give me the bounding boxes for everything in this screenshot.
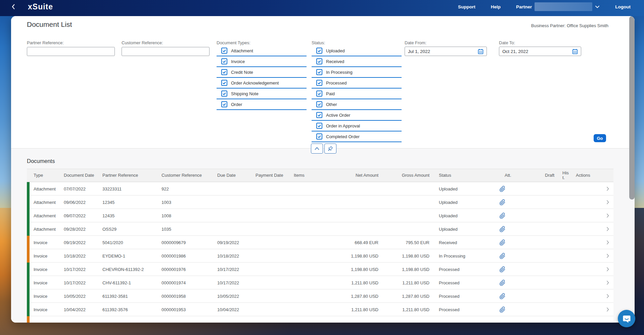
filter-checkbox-row[interactable]: Active Order — [312, 110, 402, 121]
customer-reference-label: Customer Reference: — [122, 40, 163, 45]
filter-checkbox-row[interactable]: Invoice — [217, 56, 307, 67]
table-row[interactable]: Invoice 10/04/2022 611392-3576 000000195… — [27, 303, 613, 316]
row-chevron[interactable] — [596, 254, 613, 258]
business-partner-text: Business Partner: Office Supplies Smith — [531, 23, 608, 28]
row-chevron[interactable] — [596, 213, 613, 218]
cell-status: Processed — [435, 294, 491, 299]
cell-due-date: 10/05/2022 — [213, 294, 251, 299]
row-chevron[interactable] — [596, 227, 613, 231]
checkbox[interactable] — [221, 91, 227, 97]
collapse-filter-button[interactable] — [311, 144, 323, 154]
checkbox[interactable] — [221, 58, 227, 64]
filter-checkbox-row[interactable]: Shipping Note — [217, 89, 307, 99]
filter-checkbox-row[interactable]: Order — [217, 99, 307, 110]
table-row[interactable]: Attachment 09/07/2022 12435 1008 Uploade… — [27, 209, 613, 222]
table-row[interactable]: Attachment 09/06/2022 12345 1003 Uploade… — [27, 196, 613, 209]
cell-due-date: 10/17/2022 — [213, 267, 251, 272]
row-chevron[interactable] — [596, 200, 613, 205]
checkbox[interactable] — [221, 69, 227, 75]
table-row-partial[interactable] — [27, 316, 613, 323]
back-button[interactable] — [9, 2, 18, 11]
filter-checkbox-row[interactable]: Credit Note — [217, 67, 307, 78]
attachment-cell[interactable] — [491, 266, 541, 273]
vertical-scrollbar[interactable] — [629, 16, 635, 200]
attachment-cell[interactable] — [491, 293, 541, 299]
row-chevron[interactable] — [596, 280, 613, 285]
table-row[interactable]: Invoice 10/17/2022 CHEVRON-611392-2 0000… — [27, 263, 613, 276]
table-row[interactable]: Invoice 10/17/2022 CHV-611392-1 00000019… — [27, 276, 613, 289]
table-row[interactable]: Attachment 07/07/2022 33223311 922 Uploa… — [27, 182, 613, 196]
attachment-cell[interactable] — [491, 253, 541, 259]
attachment-cell[interactable] — [491, 213, 541, 219]
filter-checkbox-row[interactable]: Order in Approval — [312, 121, 402, 131]
checkmark-icon — [222, 49, 226, 53]
table-row[interactable]: Invoice 10/05/2022 611392-3581 000000195… — [27, 289, 613, 303]
filter-checkbox-row[interactable]: Processed — [312, 78, 402, 89]
filter-checkbox-row[interactable]: Received — [312, 56, 402, 67]
attachment-cell[interactable] — [491, 226, 541, 232]
filter-checkbox-row[interactable]: Paid — [312, 89, 402, 99]
app-logo: xSuite — [28, 2, 53, 11]
row-status-bar — [27, 289, 30, 303]
row-chevron[interactable] — [596, 240, 613, 245]
customer-reference-input[interactable] — [122, 47, 210, 56]
checkbox[interactable] — [316, 123, 322, 129]
checkbox[interactable] — [221, 80, 227, 86]
filter-checkbox-row[interactable]: Other — [312, 99, 402, 110]
checkbox[interactable] — [316, 58, 322, 64]
checkbox[interactable] — [316, 80, 322, 86]
table-row[interactable]: Invoice 10/18/2022 EYDEMO-1 0000001986 1… — [27, 249, 613, 263]
checkmark-icon — [222, 70, 226, 74]
partner-selector[interactable]: Partner — [516, 2, 600, 11]
checkbox[interactable] — [316, 133, 322, 139]
checkbox[interactable] — [221, 101, 227, 107]
checkmark-icon — [317, 49, 321, 53]
documents-section-title: Documents — [27, 158, 55, 164]
cell-gross-amount: 1,287.80 USD — [384, 294, 435, 299]
nav-support-link[interactable]: Support — [458, 4, 475, 9]
row-chevron[interactable] — [596, 307, 613, 312]
go-button[interactable]: Go — [594, 134, 606, 142]
date-to-input[interactable]: Oct 21, 2022 — [499, 47, 581, 56]
pin-filter-button[interactable] — [324, 144, 336, 154]
paperclip-icon — [499, 306, 506, 313]
filter-checkbox-row[interactable]: In Processing — [312, 67, 402, 78]
date-from-input[interactable]: Jul 1, 2022 — [405, 47, 487, 56]
cell-type: Invoice — [30, 254, 60, 259]
chat-launcher-button[interactable] — [618, 310, 635, 327]
nav-help-link[interactable]: Help — [491, 4, 501, 9]
row-chevron[interactable] — [596, 186, 613, 191]
row-status-bar — [27, 276, 30, 289]
row-chevron[interactable] — [596, 267, 613, 272]
nav-logout-link[interactable]: Logout — [615, 4, 631, 9]
cell-partner-reference: 611392-3581 — [98, 294, 157, 299]
table-row[interactable]: Invoice 09/19/2022 5041/2020 0000009679 … — [27, 236, 613, 249]
chevron-right-icon — [606, 227, 609, 231]
calendar-icon[interactable] — [478, 49, 484, 54]
filter-checkbox-row[interactable]: Completed Order — [312, 131, 402, 142]
filter-checkbox-row[interactable]: Uploaded — [312, 46, 402, 56]
checkbox[interactable] — [316, 48, 322, 54]
cell-gross-amount: 795.50 EUR — [384, 240, 435, 245]
col-due-date: Due Date — [213, 173, 251, 178]
attachment-cell[interactable] — [491, 280, 541, 286]
checkbox[interactable] — [221, 48, 227, 54]
table-row[interactable]: Attachment 09/28/2022 OSS29 1035 Uploade… — [27, 222, 613, 236]
partner-reference-input[interactable] — [27, 47, 115, 56]
cell-customer-reference: 1003 — [157, 200, 213, 205]
row-chevron[interactable] — [596, 294, 613, 298]
checkbox[interactable] — [316, 91, 322, 97]
attachment-cell[interactable] — [491, 199, 541, 206]
checkbox[interactable] — [316, 69, 322, 75]
filter-checkbox-row[interactable]: Attachment — [217, 46, 307, 56]
filter-checkbox-row[interactable]: Order Acknowledgement — [217, 78, 307, 89]
attachment-cell[interactable] — [491, 239, 541, 246]
paperclip-icon — [499, 239, 506, 246]
checkbox[interactable] — [316, 112, 322, 118]
cell-document-date: 07/07/2022 — [60, 186, 98, 191]
calendar-icon[interactable] — [572, 49, 578, 54]
attachment-cell[interactable] — [491, 186, 541, 192]
checkbox[interactable] — [316, 101, 322, 107]
attachment-cell[interactable] — [491, 306, 541, 313]
cell-gross-amount: 1,198.80 USD — [384, 254, 435, 259]
